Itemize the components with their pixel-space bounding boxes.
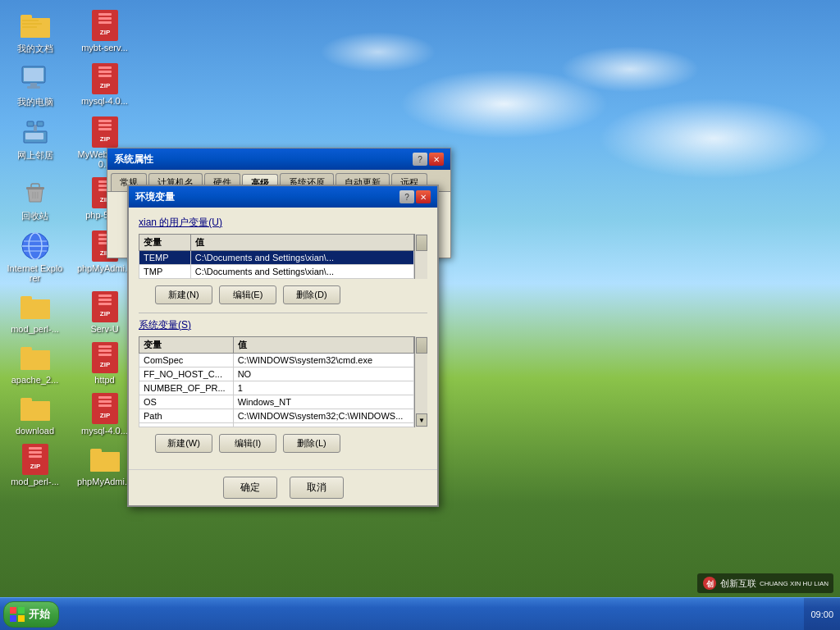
svg-rect-25 (98, 120, 112, 122)
sys-var-comspec: ComSpec (139, 354, 234, 368)
sys-var-row-numproc[interactable]: NUMBER_OF_PR... 1 (139, 381, 414, 395)
start-button-label: 开始 (29, 607, 50, 622)
sys-window-controls: ? ✕ (413, 153, 444, 166)
user-var-col-header: 变量 (139, 235, 191, 251)
user-var-temp-value: C:\Documents and Settings\xian\... (190, 251, 413, 265)
svg-rect-75 (10, 607, 16, 614)
icon-label-httpd: httpd (94, 375, 114, 385)
icon-ie[interactable]: Internet Explorer (4, 229, 66, 285)
svg-rect-78 (18, 615, 25, 622)
icon-label-serv-u: Serv-U (90, 324, 118, 334)
svg-rect-3 (22, 23, 42, 25)
svg-rect-7 (98, 17, 112, 20)
svg-rect-15 (98, 66, 112, 69)
sys-var-row-ffno[interactable]: FF_NO_HOST_C... NO (139, 368, 414, 381)
edit-sys-var-button[interactable]: 编辑(I) (219, 434, 276, 453)
windows-logo-icon (9, 606, 25, 623)
svg-text:ZIP: ZIP (30, 463, 40, 470)
icon-my-computer[interactable]: 我的电脑 (4, 62, 66, 111)
start-button[interactable]: 开始 (3, 601, 59, 628)
svg-text:ZIP: ZIP (99, 29, 110, 36)
new-sys-var-button[interactable]: 新建(W) (155, 434, 212, 453)
icon-mod-perl-2[interactable]: ZIP mod_perl-... (4, 442, 66, 489)
icon-recycle[interactable]: 回收站 (4, 176, 66, 225)
user-var-row-tmp[interactable]: TMP C:\Documents and Settings\xian\... (139, 265, 414, 279)
svg-rect-52 (21, 350, 50, 370)
sys-var-row-path[interactable]: Path C:\WINDOWS\system32;C:\WINDOWS... (139, 409, 414, 423)
env-dialog-controls: ? ✕ (399, 190, 431, 203)
sys-close-button[interactable]: ✕ (429, 153, 444, 166)
sys-var-numproc: NUMBER_OF_PR... (139, 381, 234, 395)
icon-mysql-40[interactable]: ZIP mysql-4.0... (74, 62, 135, 111)
svg-rect-21 (27, 121, 34, 126)
svg-rect-68 (29, 451, 42, 454)
env-cancel-button[interactable]: 取消 (290, 477, 344, 499)
svg-rect-56 (98, 349, 112, 352)
icon-download[interactable]: download (4, 391, 66, 438)
watermark-logo-icon: 创 (702, 576, 717, 591)
svg-text:ZIP: ZIP (99, 412, 110, 419)
svg-rect-71 (90, 452, 120, 472)
env-ok-button[interactable]: 确定 (223, 477, 277, 499)
svg-text:创: 创 (705, 580, 713, 588)
env-dialog-title: 环境变量 (135, 190, 175, 204)
icon-label-mysql: mysql-4.0... (81, 96, 128, 106)
icon-apache-2[interactable]: apache_2... (4, 340, 66, 387)
sys-var-row-comspec[interactable]: ComSpec C:\WINDOWS\system32\cmd.exe (139, 354, 414, 368)
sys-window-titlebar: 系统属性 ? ✕ (107, 148, 450, 170)
svg-rect-4 (22, 26, 37, 28)
sys-vars-label: 系统变量(S) (139, 318, 427, 332)
watermark: 创 创新互联 CHUANG XIN HU LIAN (697, 573, 833, 593)
svg-text:ZIP: ZIP (99, 82, 110, 89)
icon-network[interactable]: 网上邻居 (4, 115, 66, 171)
sys-var-row-os[interactable]: OS Windows_NT (139, 395, 414, 409)
sys-var-path: Path (139, 409, 234, 423)
icon-label-download: download (16, 426, 54, 436)
svg-rect-69 (29, 455, 42, 458)
icon-httpd[interactable]: ZIP httpd (74, 340, 135, 387)
icon-mod-perl-1[interactable]: mod_perl-... (4, 290, 66, 336)
icon-my-docs[interactable]: 我的文档 (4, 8, 66, 57)
svg-rect-29 (26, 187, 44, 189)
svg-rect-63 (98, 400, 112, 403)
svg-rect-60 (21, 398, 32, 403)
svg-rect-20 (34, 125, 37, 131)
icon-mybt-serv[interactable]: ZIP mybt-serv... (74, 8, 135, 57)
icon-label-my-computer: 我的电脑 (17, 96, 53, 108)
sys-val-os: Windows_NT (233, 395, 413, 409)
icon-phpmyadmin2[interactable]: phpMyAdmi... (74, 442, 135, 489)
sys-window-title: 系统属性 (114, 153, 153, 167)
sys-val-numproc: 1 (233, 381, 413, 395)
desktop: 我的文档 ZIP mybt-serv... (0, 0, 840, 630)
sys-var-os: OS (139, 395, 234, 409)
icon-serv-u[interactable]: ZIP Serv-U (74, 290, 135, 336)
env-dialog-titlebar: 环境变量 ? ✕ (129, 186, 437, 208)
sys-val-ffno: NO (233, 368, 413, 381)
svg-rect-53 (21, 347, 32, 352)
delete-sys-var-button[interactable]: 删除(L) (283, 434, 340, 453)
icon-label-recycle: 回收站 (21, 210, 48, 222)
user-var-row-temp[interactable]: TEMP C:\Documents and Settings\xian\... (139, 251, 414, 265)
icon-label-mysql-402: mysql-4.0... (81, 426, 128, 436)
user-val-col-header: 值 (190, 235, 413, 251)
svg-text:ZIP: ZIP (99, 135, 110, 143)
svg-rect-11 (24, 68, 43, 81)
env-help-button[interactable]: ? (399, 190, 414, 203)
svg-rect-77 (10, 615, 16, 622)
edit-user-var-button[interactable]: 编辑(E) (219, 285, 276, 304)
sys-var-row-pathext[interactable] (139, 423, 414, 427)
sys-help-button[interactable]: ? (413, 153, 427, 166)
icon-mysql-402[interactable]: ZIP mysql-4.0... (74, 391, 135, 438)
svg-rect-16 (98, 71, 112, 73)
sys-val-path: C:\WINDOWS\system32;C:\WINDOWS... (233, 409, 413, 423)
svg-rect-59 (21, 401, 50, 421)
new-user-var-button[interactable]: 新建(N) (155, 285, 212, 304)
svg-rect-6 (98, 13, 112, 16)
icon-label-phpmyadmin2: phpMyAdmi... (77, 477, 132, 486)
sys-vars-table: 变量 值 ComSpec C:\WINDOWS\system32\cmd.exe… (139, 336, 414, 427)
delete-user-var-button[interactable]: 删除(D) (283, 285, 340, 304)
svg-rect-12 (30, 83, 37, 86)
user-vars-buttons: 新建(N) 编辑(E) 删除(D) (139, 285, 427, 304)
svg-text:ZIP: ZIP (99, 310, 110, 317)
env-close-button[interactable]: ✕ (416, 190, 431, 203)
